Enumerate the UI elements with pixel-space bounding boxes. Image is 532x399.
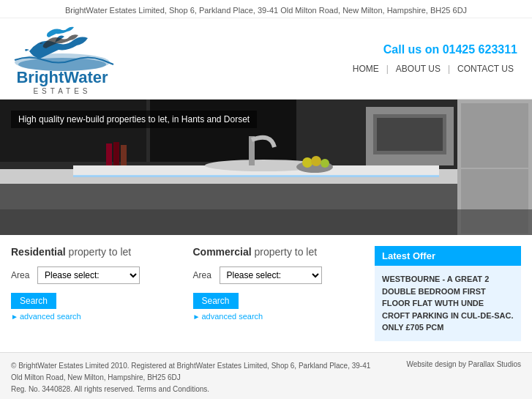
svg-rect-23 xyxy=(0,209,532,235)
svg-rect-22 xyxy=(121,145,127,165)
residential-advanced-search[interactable]: ► advanced search xyxy=(11,312,182,321)
commercial-title: Commercial property to let xyxy=(193,246,364,258)
svg-rect-20 xyxy=(106,143,112,165)
nav-contact[interactable]: CONTACT US xyxy=(450,64,521,74)
residential-search-row: Search xyxy=(11,290,182,312)
residential-section: Residential property to let Area Please … xyxy=(11,246,182,341)
residential-title-normal: property to let xyxy=(66,246,132,258)
commercial-adv-label[interactable]: advanced search xyxy=(201,312,263,321)
commercial-section: Commercial property to let Area Please s… xyxy=(193,246,364,341)
residential-area-select[interactable]: Please select: xyxy=(37,266,140,284)
svg-point-18 xyxy=(311,156,321,166)
residential-title-bold: Residential xyxy=(11,246,66,258)
commercial-area-label: Area xyxy=(193,270,214,280)
logo[interactable]: BrightWater ESTATES xyxy=(7,22,117,95)
residential-search-button[interactable]: Search xyxy=(11,293,56,309)
latest-offer-header: Latest Offer xyxy=(375,246,521,266)
main-content: Residential property to let Area Please … xyxy=(0,235,532,352)
svg-rect-12 xyxy=(461,103,528,168)
svg-point-19 xyxy=(321,159,329,168)
address-text: BrightWater Estates Limited, Shop 6, Par… xyxy=(65,6,467,15)
call-us-text: Call us on 01425 623311 xyxy=(383,43,517,56)
commercial-search-button[interactable]: Search xyxy=(193,293,239,309)
svg-rect-21 xyxy=(113,142,119,165)
hero-section: High quality new-build properties to let… xyxy=(0,100,532,235)
commercial-title-bold: Commercial xyxy=(193,246,252,258)
footer-design-credit: Website design by Parallax Studios xyxy=(406,360,521,368)
logo-estates-text: ESTATES xyxy=(16,87,108,95)
commercial-area-row: Area Please select: xyxy=(193,266,364,284)
footer-legal: © BrightWater Estates Limited 2010. Regi… xyxy=(11,360,377,395)
footer-line2: Reg. No. 3440828. All rights reserved. T… xyxy=(11,384,377,395)
residential-area-row: Area Please select: xyxy=(11,266,182,284)
latest-offer-body: WESTBOURNE - A GREAT 2 DOUBLE BEDROOM FI… xyxy=(375,266,521,341)
commercial-advanced-search[interactable]: ► advanced search xyxy=(193,312,364,321)
commercial-adv-arrow-icon: ► xyxy=(193,313,201,321)
latest-offer-section: Latest Offer WESTBOURNE - A GREAT 2 DOUB… xyxy=(375,246,521,341)
logo-dolphin-icon xyxy=(7,22,117,73)
residential-title: Residential property to let xyxy=(11,246,182,258)
residential-adv-arrow-icon: ► xyxy=(11,313,18,321)
hero-caption: High quality new-build properties to let… xyxy=(18,114,250,124)
svg-rect-10 xyxy=(377,118,443,151)
footer-line1: © BrightWater Estates Limited 2010. Regi… xyxy=(11,360,377,384)
footer: © BrightWater Estates Limited 2010. Regi… xyxy=(0,352,532,400)
nav-home[interactable]: HOME xyxy=(345,64,386,74)
svg-point-17 xyxy=(302,157,312,168)
svg-rect-7 xyxy=(150,100,296,162)
commercial-title-normal: property to let xyxy=(252,246,318,258)
footer-credit: Website design by Parallax Studios xyxy=(406,360,521,368)
residential-area-label: Area xyxy=(11,270,31,280)
nav-about[interactable]: ABOUT US xyxy=(389,64,448,74)
svg-point-1 xyxy=(18,58,106,71)
residential-adv-label[interactable]: advanced search xyxy=(20,312,81,321)
commercial-area-select[interactable]: Please select: xyxy=(220,266,322,284)
hero-overlay: High quality new-build properties to let… xyxy=(11,111,257,128)
commercial-search-row: Search xyxy=(193,290,364,312)
svg-rect-24 xyxy=(73,175,439,177)
top-bar: BrightWater Estates Limited, Shop 6, Par… xyxy=(0,0,532,18)
